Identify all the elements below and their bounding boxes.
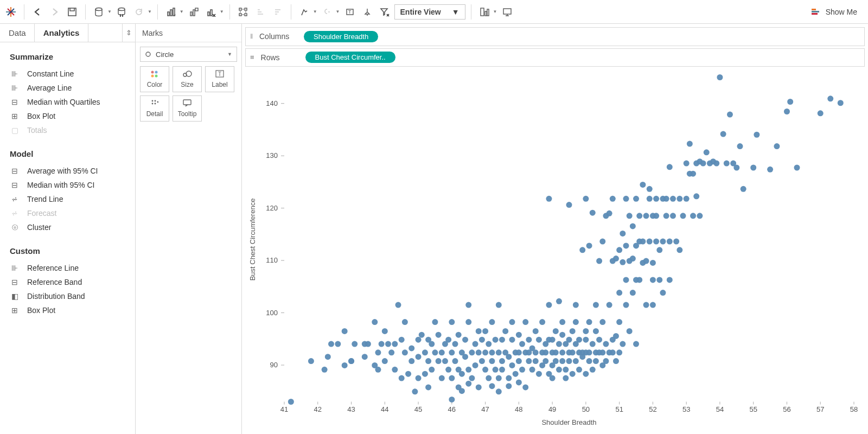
- tableau-logo-icon[interactable]: [3, 4, 18, 20]
- svg-point-113: [375, 367, 381, 373]
- marks-size[interactable]: Size: [173, 66, 202, 92]
- marks-label[interactable]: TLabel: [205, 66, 234, 92]
- analytics-item[interactable]: ⊪Reference Line: [10, 261, 125, 275]
- tab-data[interactable]: Data: [0, 24, 35, 42]
- collapse-pane-icon[interactable]: ⇕: [122, 24, 135, 42]
- show-labels-icon[interactable]: T: [342, 4, 358, 20]
- svg-point-369: [720, 131, 726, 137]
- svg-point-164: [469, 349, 475, 355]
- svg-point-322: [640, 182, 646, 188]
- caret-down-icon[interactable]: ▼: [336, 9, 340, 14]
- new-datasource-icon[interactable]: [91, 4, 106, 20]
- mark-type-selector[interactable]: Circle▼: [140, 47, 237, 62]
- svg-point-344: [667, 239, 673, 245]
- svg-point-121: [395, 302, 401, 308]
- analytics-item[interactable]: ⊞Box Plot: [10, 303, 125, 317]
- svg-point-200: [516, 349, 522, 355]
- caret-down-icon[interactable]: ▼: [180, 9, 184, 14]
- caret-down-icon[interactable]: ▼: [107, 9, 112, 14]
- svg-text:50: 50: [582, 405, 590, 413]
- caret-down-icon[interactable]: ▼: [220, 9, 224, 14]
- svg-text:140: 140: [266, 99, 278, 107]
- marks-detail[interactable]: Detail: [140, 95, 169, 122]
- analytics-item-icon: ⊪: [10, 264, 20, 272]
- analytics-item[interactable]: ⊟Median with Quartiles: [10, 95, 125, 109]
- svg-point-245: [566, 337, 572, 343]
- columns-pill[interactable]: Shoulder Breadth: [304, 31, 378, 42]
- show-me-button[interactable]: Show Me: [812, 8, 865, 16]
- clear-filter-icon[interactable]: [377, 4, 392, 20]
- analytics-item[interactable]: ⊟Average with 95% CI: [10, 164, 125, 178]
- svg-point-268: [586, 242, 592, 248]
- pin-icon[interactable]: [360, 4, 375, 20]
- clear-sheet-icon[interactable]: [203, 4, 219, 20]
- svg-text:54: 54: [716, 405, 724, 413]
- svg-point-213: [533, 328, 539, 334]
- svg-point-131: [416, 375, 422, 381]
- svg-point-207: [526, 358, 532, 364]
- back-icon[interactable]: [30, 4, 45, 20]
- viz-area: ⦀ Columns Shoulder Breadth ≡ Rows Bust C…: [242, 24, 868, 434]
- svg-point-162: [465, 302, 471, 308]
- analytics-item[interactable]: ⊞Box Plot: [10, 109, 125, 123]
- columns-shelf[interactable]: ⦀ Columns Shoulder Breadth: [245, 27, 865, 46]
- analytics-item[interactable]: ⊪Average Line: [10, 81, 125, 95]
- svg-point-140: [432, 349, 438, 355]
- caret-down-icon[interactable]: ▼: [313, 9, 317, 14]
- svg-point-376: [750, 164, 756, 170]
- refresh-icon: [131, 4, 146, 20]
- svg-point-347: [670, 196, 676, 202]
- svg-rect-28: [812, 9, 816, 10]
- svg-point-334: [653, 239, 659, 245]
- svg-point-295: [613, 256, 619, 261]
- svg-point-297: [616, 349, 622, 355]
- svg-rect-45: [183, 100, 191, 105]
- svg-point-167: [473, 362, 478, 368]
- swap-icon[interactable]: [235, 4, 251, 20]
- scatter-chart[interactable]: 9010011012013014041424344454647484950515…: [246, 71, 859, 430]
- caret-down-icon[interactable]: ▼: [148, 9, 152, 14]
- svg-point-220: [542, 358, 548, 364]
- svg-point-250: [570, 371, 576, 377]
- svg-point-279: [596, 337, 602, 343]
- pause-updates-icon[interactable]: [114, 4, 129, 20]
- svg-point-166: [473, 341, 478, 347]
- svg-point-328: [647, 186, 653, 192]
- analytics-item[interactable]: ⊪Constant Line: [10, 67, 125, 81]
- svg-point-302: [620, 231, 626, 237]
- svg-point-149: [449, 349, 455, 355]
- analytics-item-icon: ⊟: [10, 278, 20, 286]
- svg-point-308: [627, 213, 633, 219]
- svg-point-181: [493, 367, 499, 373]
- svg-text:100: 100: [266, 309, 278, 317]
- analytics-item[interactable]: ⊟Reference Band: [10, 275, 125, 289]
- svg-point-109: [365, 341, 371, 347]
- svg-point-240: [559, 358, 565, 364]
- svg-point-170: [476, 384, 482, 390]
- highlight-icon[interactable]: [297, 4, 312, 20]
- rows-shelf[interactable]: ≡ Rows Bust Chest Circumfer..: [245, 48, 865, 67]
- new-worksheet-icon[interactable]: +: [163, 4, 178, 20]
- analytics-item-icon: ⦾: [10, 223, 20, 232]
- svg-point-169: [476, 328, 482, 334]
- analytics-item[interactable]: ◧Distribution Band: [10, 289, 125, 303]
- marks-tooltip[interactable]: Tooltip: [173, 95, 202, 122]
- section-model: Model: [10, 149, 125, 158]
- svg-text:41: 41: [280, 405, 288, 413]
- tab-analytics[interactable]: Analytics: [35, 24, 88, 42]
- show-cards-icon[interactable]: [477, 4, 492, 20]
- svg-point-348: [670, 213, 676, 219]
- rows-pill[interactable]: Bust Chest Circumfer..: [305, 52, 395, 63]
- presentation-icon[interactable]: [500, 4, 515, 20]
- analytics-item[interactable]: ⦾Cluster: [10, 220, 125, 234]
- marks-color[interactable]: Color: [140, 66, 169, 92]
- fit-selector[interactable]: Entire View▼: [394, 4, 465, 20]
- analytics-item[interactable]: ⊟Median with 95% CI: [10, 178, 125, 192]
- svg-point-31: [146, 52, 150, 56]
- caret-down-icon[interactable]: ▼: [493, 9, 497, 14]
- svg-point-96: [288, 399, 294, 405]
- duplicate-icon[interactable]: [186, 4, 201, 20]
- analytics-item[interactable]: ⩫Trend Line: [10, 192, 125, 206]
- svg-point-288: [607, 302, 612, 308]
- save-icon[interactable]: [65, 4, 80, 20]
